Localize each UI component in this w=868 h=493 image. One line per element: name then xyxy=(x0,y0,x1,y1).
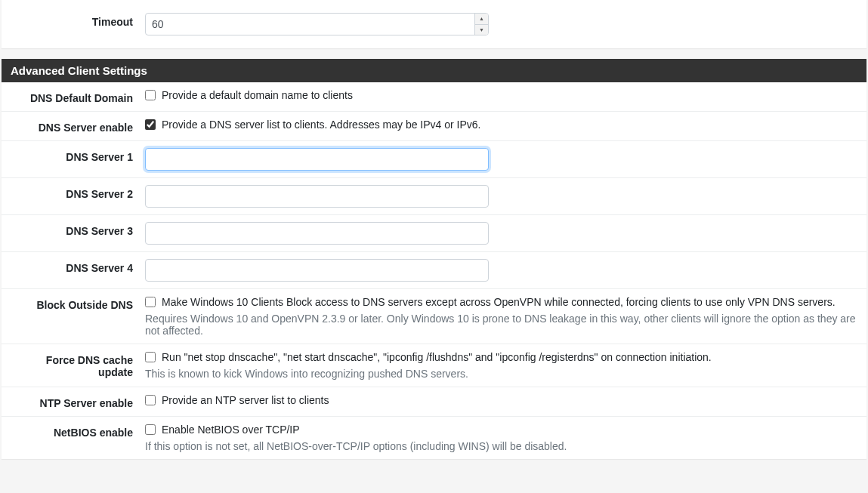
dns-server-3-label: DNS Server 3 xyxy=(9,222,145,237)
dns-server-2-row: DNS Server 2 xyxy=(2,177,866,214)
dns-server-enable-checkbox-label: Provide a DNS server list to clients. Ad… xyxy=(162,119,481,131)
block-outside-dns-checkline[interactable]: Make Windows 10 Clients Block access to … xyxy=(145,296,859,308)
dns-server-4-input[interactable] xyxy=(145,259,489,282)
block-outside-dns-label: Block Outside DNS xyxy=(9,296,145,311)
force-dns-cache-update-row: Force DNS cache update Run "net stop dns… xyxy=(2,344,866,387)
dns-server-1-label: DNS Server 1 xyxy=(9,148,145,163)
dns-server-4-row: DNS Server 4 xyxy=(2,251,866,288)
force-dns-cache-update-checkbox-label: Run "net stop dnscache", "net start dnsc… xyxy=(162,351,712,363)
netbios-enable-checkbox[interactable] xyxy=(145,424,156,435)
netbios-enable-checkline[interactable]: Enable NetBIOS over TCP/IP xyxy=(145,424,859,436)
ntp-server-enable-checkbox-label: Provide an NTP server list to clients xyxy=(162,394,329,406)
dns-default-domain-checkbox[interactable] xyxy=(145,90,156,100)
dns-server-2-label: DNS Server 2 xyxy=(9,185,145,200)
netbios-enable-label: NetBIOS enable xyxy=(9,424,145,439)
ntp-server-enable-row: NTP Server enable Provide an NTP server … xyxy=(2,387,866,416)
dns-default-domain-label: DNS Default Domain xyxy=(9,89,145,104)
timeout-input[interactable] xyxy=(145,13,489,35)
force-dns-cache-update-label: Force DNS cache update xyxy=(9,351,145,378)
timeout-step-down[interactable]: ▼ xyxy=(475,25,488,35)
dns-server-3-row: DNS Server 3 xyxy=(2,214,866,251)
ntp-server-enable-checkline[interactable]: Provide an NTP server list to clients xyxy=(145,394,859,406)
ntp-server-enable-label: NTP Server enable xyxy=(9,394,145,409)
section-header: Advanced Client Settings xyxy=(2,59,866,82)
dns-server-4-label: DNS Server 4 xyxy=(9,259,145,274)
force-dns-cache-update-checkline[interactable]: Run "net stop dnscache", "net start dnsc… xyxy=(145,351,859,363)
netbios-enable-checkbox-label: Enable NetBIOS over TCP/IP xyxy=(162,424,300,436)
advanced-client-settings-panel: Advanced Client Settings DNS Default Dom… xyxy=(2,59,866,459)
block-outside-dns-checkbox[interactable] xyxy=(145,297,156,307)
dns-server-2-input[interactable] xyxy=(145,185,489,208)
timeout-step-up[interactable]: ▲ xyxy=(475,14,488,25)
block-outside-dns-checkbox-label: Make Windows 10 Clients Block access to … xyxy=(162,296,836,308)
block-outside-dns-row: Block Outside DNS Make Windows 10 Client… xyxy=(2,288,866,344)
dns-server-enable-checkbox[interactable] xyxy=(145,119,156,130)
force-dns-cache-update-help: This is known to kick Windows into recog… xyxy=(145,368,859,380)
timeout-panel: Timeout ▲ ▼ xyxy=(2,0,866,48)
dns-default-domain-row: DNS Default Domain Provide a default dom… xyxy=(2,82,866,111)
timeout-label: Timeout xyxy=(9,13,145,28)
dns-server-1-input[interactable] xyxy=(145,148,489,171)
dns-default-domain-checkline[interactable]: Provide a default domain name to clients xyxy=(145,89,859,101)
ntp-server-enable-checkbox[interactable] xyxy=(145,395,156,405)
force-dns-cache-update-checkbox[interactable] xyxy=(145,352,156,362)
dns-server-1-row: DNS Server 1 xyxy=(2,140,866,177)
dns-default-domain-checkbox-label: Provide a default domain name to clients xyxy=(162,89,353,101)
timeout-input-wrap: ▲ ▼ xyxy=(145,13,489,35)
dns-server-enable-label: DNS Server enable xyxy=(9,119,145,134)
dns-server-enable-row: DNS Server enable Provide a DNS server l… xyxy=(2,111,866,140)
dns-server-3-input[interactable] xyxy=(145,222,489,245)
netbios-enable-row: NetBIOS enable Enable NetBIOS over TCP/I… xyxy=(2,416,866,459)
block-outside-dns-help: Requires Windows 10 and OpenVPN 2.3.9 or… xyxy=(145,313,859,337)
timeout-spinner: ▲ ▼ xyxy=(474,14,488,35)
dns-server-enable-checkline[interactable]: Provide a DNS server list to clients. Ad… xyxy=(145,119,859,131)
timeout-row: Timeout ▲ ▼ xyxy=(2,6,866,42)
netbios-enable-help: If this option is not set, all NetBIOS-o… xyxy=(145,440,859,452)
